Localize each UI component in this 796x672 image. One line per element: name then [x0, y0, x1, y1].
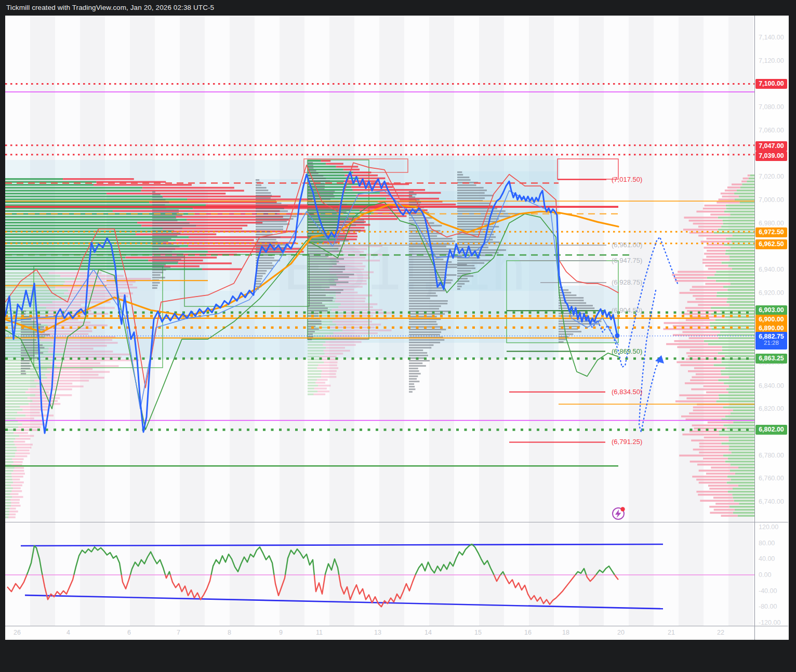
- volume-profile-row: [308, 292, 341, 293]
- price-badge[interactable]: 6,962.50: [755, 239, 787, 249]
- oscillator-line: [325, 559, 339, 575]
- price-badge[interactable]: 7,047.00: [755, 141, 787, 151]
- volume-profile-row: [707, 277, 754, 279]
- volume-profile-row: [721, 226, 754, 228]
- price-tick-label: 6,840.00: [759, 382, 784, 389]
- volume-profile-row: [710, 512, 733, 514]
- price-badge[interactable]: 7,100.00: [755, 79, 787, 89]
- volume-profile-row: [731, 452, 754, 454]
- oscillator-line: [122, 575, 130, 589]
- volume-profile-row: [735, 509, 754, 511]
- volume-profile-row: [15, 467, 24, 468]
- volume-profile-row: [5, 268, 202, 270]
- volume-profile-row: [336, 166, 359, 167]
- volume-profile-row: [314, 387, 327, 389]
- volume-profile-row: [457, 208, 497, 209]
- volume-profile-row: [319, 365, 337, 366]
- volume-profile-row: [718, 352, 754, 354]
- date-tick-label: 13: [374, 629, 381, 636]
- volume-profile-row: [710, 322, 754, 324]
- volume-profile-row: [686, 319, 715, 321]
- volume-profile-row: [732, 183, 742, 185]
- volume-profile-row: [714, 274, 754, 276]
- volume-profile-row: [693, 407, 723, 409]
- price-badge[interactable]: 6,903.00: [755, 305, 787, 315]
- volume-profile-row: [152, 277, 165, 278]
- volume-profile-row: [717, 292, 754, 294]
- price-badge[interactable]: 7,039.00: [755, 151, 787, 161]
- volume-profile-row: [721, 262, 754, 264]
- time-axis[interactable]: 2646789111314151618202122: [5, 626, 754, 640]
- volume-profile-row: [715, 319, 754, 321]
- volume-profile-row: [732, 235, 754, 237]
- volume-profile-row: [714, 509, 735, 511]
- volume-profile-row: [559, 339, 566, 340]
- panel-separator[interactable]: [5, 522, 788, 522]
- header-title: Tickmill created with TradingView.com, J…: [6, 4, 214, 11]
- volume-profile-row: [10, 499, 20, 501]
- volume-profile-row: [707, 244, 724, 246]
- volume-profile-row: [308, 268, 345, 270]
- volume-profile-row: [409, 360, 430, 361]
- chart-canvas[interactable]: [5, 16, 754, 626]
- oscillator-tick-label: 120.00: [759, 523, 778, 531]
- volume-profile-row: [308, 350, 324, 352]
- volume-profile-row: [686, 352, 718, 354]
- footer-bar: TradingView: [0, 640, 796, 672]
- volume-profile-row: [308, 258, 344, 260]
- volume-profile-row: [28, 397, 60, 399]
- volume-profile-row: [52, 342, 117, 343]
- volume-profile-row: [732, 268, 754, 270]
- volume-profile-row: [41, 339, 112, 341]
- price-badge[interactable]: 6,863.25: [755, 354, 787, 364]
- volume-profile-row: [5, 452, 15, 454]
- volume-profile-row: [738, 467, 754, 469]
- volume-profile-row: [308, 217, 359, 218]
- volume-profile-row: [21, 342, 37, 343]
- price-axis[interactable]: 7,140.007,120.007,100.007,080.007,060.00…: [754, 16, 789, 640]
- volume-profile-row: [721, 515, 738, 517]
- volume-profile-row: [728, 439, 754, 441]
- volume-profile-row: [5, 222, 137, 223]
- volume-profile-row: [308, 222, 364, 223]
- price-badge[interactable]: 6,882.7521:28: [755, 332, 787, 350]
- volume-profile-row: [738, 485, 754, 487]
- volume-profile-row: [689, 412, 731, 414]
- volume-profile-row: [409, 240, 455, 242]
- volume-profile-row: [152, 220, 177, 221]
- volume-profile-row: [726, 250, 754, 252]
- price-badge[interactable]: 6,802.00: [755, 425, 787, 435]
- volume-profile-row: [21, 365, 31, 367]
- volume-profile-row: [11, 473, 25, 474]
- volume-profile-row: [308, 274, 354, 275]
- volume-profile-row: [113, 210, 280, 212]
- volume-profile-row: [721, 442, 754, 445]
- oscillator-channel-upper[interactable]: [21, 544, 663, 546]
- volume-profile-row: [727, 289, 754, 291]
- volume-profile-row: [685, 307, 711, 309]
- volume-profile-row: [711, 307, 754, 309]
- volume-profile-row: [409, 191, 414, 193]
- volume-profile-row: [17, 447, 32, 448]
- volume-profile-row: [334, 332, 378, 334]
- volume-profile-row: [152, 248, 175, 250]
- volume-profile-row: [308, 385, 318, 386]
- volume-profile-row: [457, 260, 491, 261]
- volume-profile-row: [308, 289, 343, 291]
- price-tick-label: 6,920.00: [759, 289, 784, 297]
- volume-profile-row: [698, 494, 732, 496]
- volume-profile-row: [722, 349, 754, 351]
- volume-profile-row: [741, 181, 747, 183]
- volume-profile-row: [726, 301, 754, 303]
- volume-profile-row: [739, 201, 754, 204]
- volume-profile-row: [5, 272, 49, 274]
- volume-profile-row: [9, 514, 16, 515]
- volume-profile-row: [321, 376, 337, 378]
- volume-profile-row: [94, 184, 192, 185]
- volume-profile-row: [5, 265, 164, 267]
- volume-profile-row: [256, 231, 271, 233]
- volume-profile-row: [152, 235, 177, 237]
- oscillator-line: [74, 547, 122, 575]
- price-badge[interactable]: 6,972.50: [755, 227, 787, 237]
- oscillator-channel-lower[interactable]: [25, 595, 663, 609]
